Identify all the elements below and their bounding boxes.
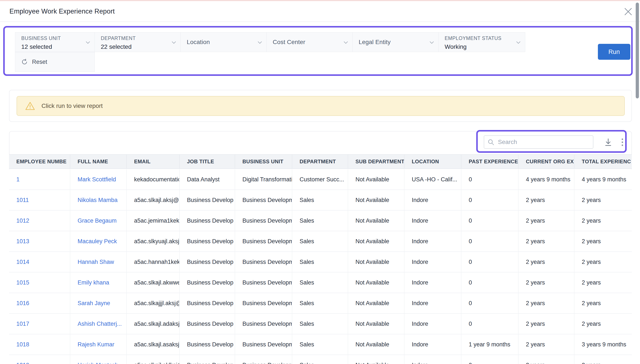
table-cell: 1 year 9 months xyxy=(462,334,518,354)
table-cell: Business Develop xyxy=(180,252,235,272)
column-header-email: EMAIL xyxy=(127,155,180,168)
table-cell: 2 years xyxy=(518,334,574,354)
table-cell-link[interactable]: 1012 xyxy=(9,210,70,231)
table-cell-link[interactable]: Emily khana xyxy=(70,272,127,293)
column-header-department: DEPARTMENT xyxy=(292,155,348,168)
search-input[interactable] xyxy=(484,135,593,149)
table-cell: Indore xyxy=(404,252,462,272)
table-body: 1Mark ScottfieldkekadocumentationData An… xyxy=(9,169,632,364)
table-cell: a5ac.slkajl.aksj@sim xyxy=(127,190,180,210)
table-cell-link[interactable]: Sarah Jayne xyxy=(70,293,127,313)
table-cell: Indore xyxy=(404,293,462,313)
table-cell: a5ac.slkajl.akwwesj xyxy=(127,272,180,293)
column-header-job-title: JOB TITLE xyxy=(180,155,235,168)
table-cell-link[interactable]: 1016 xyxy=(9,293,70,313)
table-cell: 0 xyxy=(462,314,518,334)
table-cell: Not Available xyxy=(348,293,404,313)
table-cell-link[interactable]: Rajesh Kumar xyxy=(70,334,127,354)
download-icon[interactable] xyxy=(603,137,613,148)
table-cell-link[interactable]: Grace Begaum xyxy=(70,210,127,231)
table-cell-link[interactable]: 1017 xyxy=(9,314,70,334)
table-cell: Business Developm xyxy=(235,231,292,252)
chevron-down-icon xyxy=(516,40,521,45)
table-cell: Sales xyxy=(292,190,348,210)
filter-department[interactable]: DEPARTMENT22 selected xyxy=(95,32,181,52)
table-cell: 2 years xyxy=(518,355,574,364)
table-cell: Business Develop xyxy=(180,272,235,293)
table-cell-link[interactable]: Harish Montesh xyxy=(70,355,127,364)
column-header-employee-numbe: EMPLOYEE NUMBE xyxy=(9,155,70,168)
table-cell-link[interactable]: Ashish Chatterj... xyxy=(70,314,127,334)
table-cell-link[interactable]: 1014 xyxy=(9,252,70,272)
table-cell-link[interactable]: Mark Scottfield xyxy=(70,169,127,190)
table-row: 1014Hannah Shawa5ac.hannah1keka@Business… xyxy=(9,252,632,272)
filter-location[interactable]: Location xyxy=(181,32,267,52)
table-cell: 2 years xyxy=(518,231,574,252)
table-cell: Business Developm xyxy=(235,314,292,334)
table-cell: 0 xyxy=(462,355,518,364)
table-cell-link[interactable]: Hannah Shaw xyxy=(70,252,127,272)
table-cell: a5ac.slkajjjl.aksj@sir xyxy=(127,293,180,313)
run-button[interactable]: Run xyxy=(598,44,630,60)
table-cell: 4 years 9 months xyxy=(574,169,632,190)
filter-legal-entity[interactable]: Legal Entity xyxy=(353,32,439,52)
table-cell: 3 years 9 months xyxy=(574,334,632,354)
table-cell: Indore xyxy=(404,355,462,364)
table-cell: Business Develop xyxy=(180,334,235,354)
table-cell: Indore xyxy=(404,314,462,334)
table-cell: Sales xyxy=(292,210,348,231)
table-cell: a5ac.slkajl.asaksj@s xyxy=(127,334,180,354)
banner-card: Click run to view report xyxy=(9,90,632,122)
table-cell-link[interactable]: 1013 xyxy=(9,231,70,252)
column-header-sub-department: SUB DEPARTMENT xyxy=(348,155,404,168)
table-cell: Not Available xyxy=(348,169,404,190)
column-header-total-experienc: TOTAL EXPERIENC xyxy=(574,155,632,168)
scrollbar-thumb[interactable] xyxy=(636,2,639,98)
table-cell-link[interactable]: 1019 xyxy=(9,355,70,364)
table-cell: kekadocumentation xyxy=(127,169,180,190)
table-cell: USA -HO - Calif... xyxy=(404,169,462,190)
table-cell-link[interactable]: 1011 xyxy=(9,190,70,210)
table-cell: Business Develop xyxy=(180,293,235,313)
table-cell: Digital Transformatio xyxy=(235,169,292,190)
table-cell: 2 years xyxy=(518,252,574,272)
reset-button[interactable]: Reset xyxy=(15,52,95,72)
table-cell: Indore xyxy=(404,231,462,252)
filter-employment-status[interactable]: EMPLOYMENT STATUSWorking xyxy=(439,32,525,52)
close-icon[interactable] xyxy=(624,7,633,16)
filter-label: Location xyxy=(187,32,254,52)
table-cell: Sales xyxy=(292,272,348,293)
filter-business-unit[interactable]: BUSINESS UNIT12 selected xyxy=(15,32,95,52)
reset-label: Reset xyxy=(32,59,47,65)
column-header-past-experience: PAST EXPERIENCE xyxy=(462,155,518,168)
table-row: 1011Nikolas Mambaa5ac.slkajl.aksj@simBus… xyxy=(9,190,632,210)
table-cell: 2 years xyxy=(518,293,574,313)
table-cell: 0 xyxy=(462,272,518,293)
column-header-current-org-ex: CURRENT ORG EX xyxy=(518,155,574,168)
filter-label: EMPLOYMENT STATUS xyxy=(445,36,513,41)
filter-cost-center[interactable]: Cost Center xyxy=(267,32,353,52)
table-cell-link[interactable]: Nikolas Mamba xyxy=(70,190,127,210)
table-cell: Business Developm xyxy=(235,272,292,293)
table-cell: a5ac.hannah1keka@ xyxy=(127,252,180,272)
table-row: 1012Grace Begauma5ac.jemima1keka@Busines… xyxy=(9,210,632,231)
filter-label: DEPARTMENT xyxy=(101,36,168,41)
table-cell: a5ac.slkajl.aklksj@si xyxy=(127,355,180,364)
table-row: 1015Emily khanaa5ac.slkajl.akwwesjBusine… xyxy=(9,272,632,293)
table-cell: Not Available xyxy=(348,355,404,364)
filter-selected-value: 12 selected xyxy=(21,44,82,50)
kebab-menu-icon[interactable] xyxy=(618,137,627,148)
table-cell: Sales xyxy=(292,355,348,364)
filter-selected-value: Working xyxy=(445,44,513,50)
table-cell: Business Develop xyxy=(180,231,235,252)
table-cell: 0 xyxy=(462,169,518,190)
table-cell-link[interactable]: 1015 xyxy=(9,272,70,293)
table-cell: Not Available xyxy=(348,272,404,293)
table-cell-link[interactable]: 1 xyxy=(9,169,70,190)
table-cell: 2 years xyxy=(574,314,632,334)
table-row: 1016Sarah Jaynea5ac.slkajjjl.aksj@sirBus… xyxy=(9,293,632,314)
table-cell-link[interactable]: 1018 xyxy=(9,334,70,354)
table-cell-link[interactable]: Macauley Peck xyxy=(70,231,127,252)
table-cell: Sales xyxy=(292,231,348,252)
table-cell: 0 xyxy=(462,231,518,252)
